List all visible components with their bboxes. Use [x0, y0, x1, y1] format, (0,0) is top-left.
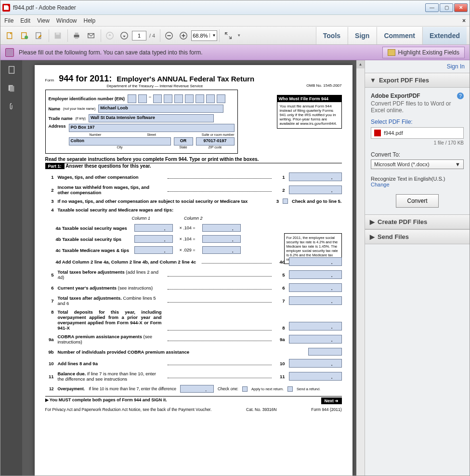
- line1-input[interactable]: .: [289, 172, 342, 181]
- line11-input[interactable]: .: [289, 372, 342, 381]
- line2-input[interactable]: .: [289, 185, 342, 194]
- title-bar: f944.pdf - Adobe Reader — ▢ ✕: [0, 0, 470, 15]
- export-desc: Convert PDF files to to Word or Excel on…: [371, 100, 464, 114]
- line12-input[interactable]: .: [180, 385, 214, 393]
- state-input[interactable]: OR: [174, 137, 193, 145]
- line3-checkbox[interactable]: [283, 198, 288, 204]
- app-icon: [2, 4, 10, 12]
- page-up-icon[interactable]: [103, 29, 117, 42]
- menu-view[interactable]: View: [37, 17, 50, 24]
- menu-bar: File Edit View Window Help ×: [0, 15, 470, 26]
- thumbnails-icon[interactable]: [6, 64, 17, 76]
- ein-input[interactable]: –: [128, 94, 225, 103]
- svg-rect-8: [75, 37, 78, 39]
- comment-button[interactable]: Comment: [377, 27, 422, 44]
- window-title: f944.pdf - Adobe Reader: [13, 4, 425, 11]
- street-input[interactable]: PO Box 197: [69, 124, 235, 132]
- menu-file[interactable]: File: [4, 17, 13, 24]
- create-panel-head[interactable]: ▶Create PDF Files: [365, 214, 470, 229]
- menu-window[interactable]: Window: [56, 17, 77, 24]
- change-link[interactable]: Change: [371, 182, 464, 187]
- recognize-text: Recognize Text in English(U.S.): [371, 176, 464, 182]
- line7-input[interactable]: .: [289, 296, 342, 305]
- sign-button[interactable]: Sign: [348, 27, 376, 44]
- refund-checkbox[interactable]: [287, 386, 293, 392]
- pdf-page: Form 944 for 2011: Employer's ANNUAL Fed…: [35, 65, 352, 476]
- line4c-col1[interactable]: .: [134, 246, 173, 254]
- export-title: Adobe ExportPDF: [371, 93, 420, 99]
- line4a-col1[interactable]: .: [134, 224, 173, 232]
- chevron-right-icon: ▶: [370, 233, 375, 240]
- minimize-button[interactable]: —: [425, 3, 439, 12]
- export-icon[interactable]: [3, 29, 17, 42]
- print-icon[interactable]: [70, 29, 83, 42]
- form-icon: [5, 48, 14, 57]
- save-icon[interactable]: [51, 29, 65, 42]
- fit-icon[interactable]: [222, 29, 235, 42]
- name-label: Name: [49, 106, 61, 111]
- close-button[interactable]: ✕: [454, 3, 468, 12]
- form-notice-text: Please fill out the following form. You …: [19, 49, 203, 56]
- form-number: 944 for 2011:: [59, 74, 112, 84]
- line4c-col2[interactable]: .: [202, 246, 241, 254]
- vertical-scrollbar[interactable]: ▲: [356, 60, 365, 476]
- page-total: / 4: [149, 33, 155, 39]
- edit-icon[interactable]: [32, 29, 46, 42]
- chevron-down-icon: ▼: [455, 161, 460, 167]
- file-meta: 1 file / 170 KB: [371, 140, 464, 145]
- tools-button[interactable]: Tools: [316, 27, 347, 44]
- help-icon[interactable]: ?: [457, 93, 464, 99]
- create-icon[interactable]: [18, 29, 31, 42]
- convert-button[interactable]: Convert: [396, 194, 438, 208]
- page-down-icon[interactable]: [118, 29, 131, 42]
- line9b-input[interactable]: [308, 348, 342, 356]
- page-number-input[interactable]: [132, 31, 146, 40]
- line8-input[interactable]: .: [289, 322, 342, 331]
- svg-rect-13: [168, 35, 171, 36]
- who-must-file-box: Who Must File Form 944 You must file ann…: [277, 95, 342, 129]
- convert-format-select[interactable]: Microsoft Word (*.docx)▼: [371, 159, 464, 169]
- read-instructions: Read the separate instructions before yo…: [45, 157, 342, 162]
- toolbar: / 4 68.8%▼ ▼ Tools Sign Comment Extended: [0, 26, 470, 45]
- next-button[interactable]: Next ➜: [321, 397, 341, 404]
- convert-to-label: Convert To:: [371, 151, 464, 158]
- pdf-icon: [374, 130, 381, 136]
- zoom-select[interactable]: 68.8%▼: [191, 30, 217, 41]
- attachments-icon[interactable]: [6, 101, 17, 112]
- send-panel-head[interactable]: ▶Send Files: [365, 229, 470, 244]
- menu-edit[interactable]: Edit: [20, 17, 30, 24]
- zoom-in-icon[interactable]: [177, 29, 190, 42]
- export-panel-head[interactable]: ▼Export PDF Files: [365, 73, 470, 88]
- line9a-input[interactable]: .: [289, 335, 342, 344]
- right-panel: Sign In ▼Export PDF Files Adobe ExportPD…: [365, 60, 470, 476]
- line6-input[interactable]: .: [289, 283, 342, 292]
- line4d-input[interactable]: .: [289, 257, 342, 266]
- selected-file[interactable]: f944.pdf: [371, 127, 464, 139]
- document-area[interactable]: Form 944 for 2011: Employer's ANNUAL Fed…: [22, 60, 365, 476]
- doc-close-button[interactable]: ×: [462, 17, 466, 24]
- zoom-out-icon[interactable]: [162, 29, 176, 42]
- menu-help[interactable]: Help: [84, 17, 96, 24]
- chevron-down-icon: ▼: [370, 77, 376, 84]
- line4b-col1[interactable]: .: [134, 235, 173, 243]
- select-file-label[interactable]: Select PDF File:: [371, 119, 464, 125]
- line5-input[interactable]: .: [289, 270, 342, 279]
- extended-button[interactable]: Extended: [422, 27, 467, 44]
- highlight-fields-button[interactable]: Highlight Existing Fields: [382, 47, 465, 58]
- line10-input[interactable]: .: [289, 359, 342, 368]
- sign-in-link[interactable]: Sign In: [365, 60, 470, 73]
- must-complete: ▶ You MUST complete both pages of Form 9…: [45, 397, 167, 404]
- line4a-col2[interactable]: .: [202, 224, 241, 232]
- maximize-button[interactable]: ▢: [440, 3, 453, 12]
- zip-input[interactable]: 97017-0197: [196, 137, 235, 145]
- apply-checkbox[interactable]: [242, 386, 248, 392]
- pages-icon[interactable]: [6, 82, 17, 94]
- email-icon[interactable]: [84, 29, 98, 42]
- line4b-col2[interactable]: .: [202, 235, 241, 243]
- left-sidebar: [0, 60, 22, 476]
- name-input[interactable]: Michael Loob: [98, 105, 223, 113]
- city-input[interactable]: Colton: [69, 137, 171, 145]
- address-label: Address: [49, 124, 66, 129]
- part1-label: Part 1:: [45, 163, 65, 169]
- trade-input[interactable]: Wall St Data Intensive Software: [89, 114, 214, 122]
